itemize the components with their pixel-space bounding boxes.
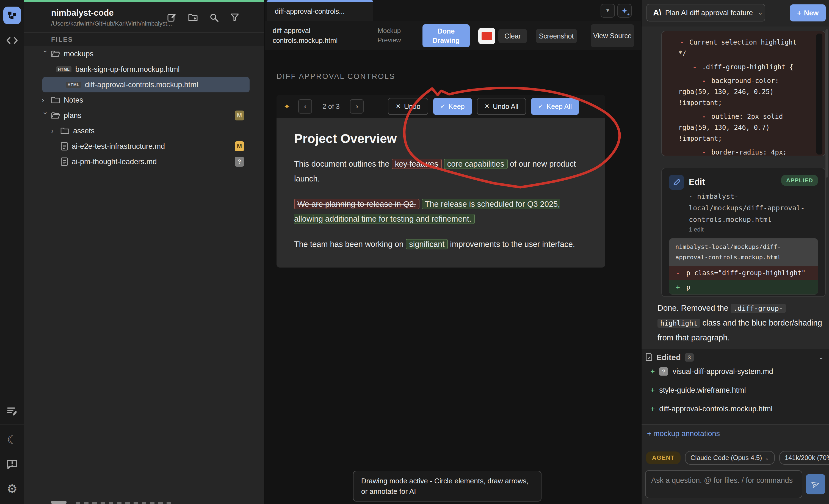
tab-list-dropdown-button[interactable]: ▼ xyxy=(601,4,615,17)
file-label: diff-approval-controls.mockup.html xyxy=(85,80,198,89)
sidebar: nimbalyst-code /Users/karlwirth/GitHub/K… xyxy=(24,0,264,504)
undo-button[interactable]: ✕Undo xyxy=(388,98,428,115)
added-icon: + xyxy=(650,386,655,395)
folder-label: mockups xyxy=(64,50,94,58)
edited-files-section: Edited 3 ⌄ + ? visual-diff-approval-syst… xyxy=(642,349,829,425)
code-line: -outline: 2px solid rgba(59, 130, 246, 0… xyxy=(662,111,825,144)
untracked-badge: ? xyxy=(659,367,668,375)
diff-removed-text[interactable]: We are planning to release in Q2. xyxy=(294,199,420,209)
chevron-down-icon[interactable]: › xyxy=(41,50,50,60)
mockup-document: Project Overview This document outlines … xyxy=(277,118,605,267)
chevron-right-icon[interactable]: › xyxy=(51,127,61,135)
sidebar-accent-bar xyxy=(24,0,264,2)
new-session-button[interactable]: +New xyxy=(790,4,826,22)
file-label: ai-pm-thought-leaders.md xyxy=(72,157,157,166)
feedback-icon[interactable] xyxy=(0,459,24,471)
dark-mode-moon-icon[interactable]: ☾ xyxy=(0,433,24,446)
session-dropdown[interactable]: A\ Plan AI diff approval feature ⌄ xyxy=(647,4,765,22)
editor-panel: diff-approval-controls... ▼ ✦✦ diff-appr… xyxy=(265,0,641,504)
file-label: bank-sign-up-form.mockup.html xyxy=(75,65,180,74)
conversation-thread: -Current selection highlight */ -.diff-g… xyxy=(642,27,829,349)
prev-diff-button[interactable]: ‹ xyxy=(298,99,312,114)
collapse-chevron-icon[interactable]: ⌄ xyxy=(818,353,824,361)
next-diff-button[interactable]: › xyxy=(350,99,364,114)
html-file-icon: HTML xyxy=(56,66,71,72)
view-source-button[interactable]: View Source xyxy=(591,24,634,47)
code-view-icon[interactable] xyxy=(0,36,24,46)
done-drawing-button[interactable]: Done Drawing xyxy=(423,24,470,47)
code-scrollbar[interactable] xyxy=(816,34,822,154)
sidebar-item-notes[interactable]: › Notes xyxy=(24,93,264,108)
chevron-right-icon[interactable]: › xyxy=(42,96,51,105)
new-file-icon[interactable] xyxy=(167,13,176,22)
edited-file-row[interactable]: + ? visual-diff-approval-system.md xyxy=(650,367,773,376)
notes-icon[interactable] xyxy=(0,406,24,419)
tab-label: diff-approval-controls... xyxy=(275,7,345,15)
edit-count: 1 edit xyxy=(689,226,818,233)
diff-controls-strip: ✦ ‹ 2 of 3 › ✕Undo ✓Keep ✕Undo All ✓Keep… xyxy=(277,95,605,118)
sidebar-item-diff-approval-controls[interactable]: HTML diff-approval-controls.mockup.html xyxy=(42,77,250,93)
assistant-message: Done. Removed the .diff-group-highlight … xyxy=(657,301,822,345)
files-section-bar: FILES xyxy=(24,33,264,46)
code-line: -.diff-group-highlight { xyxy=(662,62,825,73)
modified-badge: M xyxy=(235,111,244,120)
model-selector[interactable]: Claude Code (Opus 4.5)⌄ xyxy=(685,451,775,465)
document-paragraph: The team has been working on significant… xyxy=(294,237,588,252)
assistant-header: A\ Plan AI diff approval feature ⌄ +New xyxy=(642,0,829,26)
edited-doc-icon xyxy=(645,353,653,362)
keep-button[interactable]: ✓Keep xyxy=(433,98,472,115)
preview-heading: DIFF APPROVAL CONTROLS xyxy=(277,72,395,81)
drawing-color-swatch[interactable] xyxy=(478,28,495,44)
untracked-badge: ? xyxy=(235,157,244,167)
chevron-down-icon: ⌄ xyxy=(758,9,763,16)
folder-label: plans xyxy=(64,111,82,120)
added-icon: + xyxy=(650,404,655,413)
settings-gear-icon[interactable]: ⚙ xyxy=(0,482,24,496)
clear-button[interactable]: Clear xyxy=(498,29,527,43)
edit-card-title: Edit xyxy=(689,177,705,187)
preview-toolbar: diff-approval-controls.mockup.html Mocku… xyxy=(265,21,641,50)
new-folder-icon[interactable] xyxy=(188,13,198,22)
edited-file-row[interactable]: + style-guide.wireframe.html xyxy=(650,386,746,395)
edited-title: Edited xyxy=(656,353,681,362)
keep-all-button[interactable]: ✓Keep All xyxy=(531,98,579,115)
undo-all-button[interactable]: ✕Undo All xyxy=(477,98,527,115)
html-file-icon: HTML xyxy=(66,82,81,88)
diff-added-text[interactable]: significant xyxy=(406,239,448,249)
sidebar-item-ai-e2e-test[interactable]: ai-e2e-test-infrastructure.md M xyxy=(24,139,264,154)
folder-open-icon xyxy=(51,50,60,58)
sidebar-item-plans[interactable]: › plans M xyxy=(24,108,264,123)
check-icon: ✓ xyxy=(538,103,543,110)
screenshot-button[interactable]: Screenshot xyxy=(536,29,577,43)
tab-diff-approval-controls[interactable]: diff-approval-controls... xyxy=(266,0,373,21)
modified-badge: M xyxy=(235,141,244,151)
diff-added-text[interactable]: core capabilities xyxy=(444,159,508,169)
sidebar-item-ai-pm-thought-leaders[interactable]: ai-pm-thought-leaders.md ? xyxy=(24,154,264,169)
diff-added-line: +p xyxy=(669,280,818,294)
chevron-down-icon[interactable]: › xyxy=(41,112,50,121)
document-paragraph: We are planning to release in Q2. The re… xyxy=(294,196,588,226)
ai-sparkle-button[interactable]: ✦✦ xyxy=(617,4,632,17)
rail-divider xyxy=(0,425,24,425)
session-title: Plan AI diff approval feature xyxy=(665,8,753,17)
chat-input[interactable] xyxy=(651,475,796,493)
document-title: Project Overview xyxy=(294,131,588,146)
removed-code-block: -Current selection highlight */ -.diff-g… xyxy=(661,31,826,156)
sidebar-item-bank-sign-up[interactable]: HTML bank-sign-up-form.mockup.html xyxy=(24,62,264,77)
send-button[interactable] xyxy=(806,474,825,494)
sidebar-item-mockups[interactable]: › mockups xyxy=(24,46,264,62)
assistant-panel: A\ Plan AI diff approval feature ⌄ +New … xyxy=(641,0,829,504)
clipped-bottom-row xyxy=(51,500,188,504)
folder-label: assets xyxy=(73,127,95,135)
app-logo-icon[interactable] xyxy=(3,7,21,24)
panel-scrollbar[interactable] xyxy=(825,29,828,178)
search-icon[interactable] xyxy=(210,13,219,22)
edit-tool-card[interactable]: Edit APPLIED · nimbalyst-local/mockups/d… xyxy=(661,168,826,297)
document-paragraph: This document outlines the key features … xyxy=(294,156,588,186)
project-path: /Users/karlwirth/GitHub/KarlWirth/nimbal… xyxy=(51,20,172,27)
diff-removed-text[interactable]: key features xyxy=(392,159,442,169)
mockup-annotations-link[interactable]: + mockup annotations xyxy=(647,430,720,438)
sidebar-item-assets[interactable]: › assets xyxy=(24,123,264,139)
edited-file-row[interactable]: + diff-approval-controls.mockup.html xyxy=(650,404,773,413)
filter-icon[interactable] xyxy=(230,13,239,22)
